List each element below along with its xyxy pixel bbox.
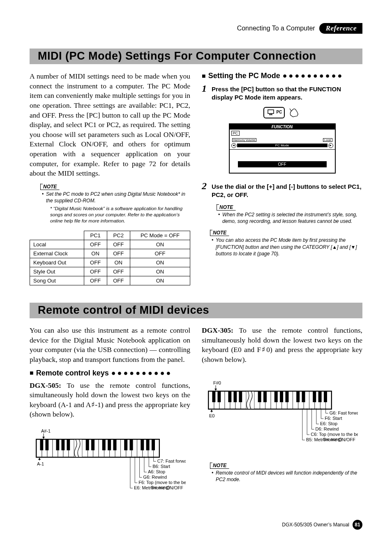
table-cell: ON	[130, 267, 190, 276]
svg-rect-81	[233, 391, 237, 402]
svg-text:E6: Metronome ON/OFF: E6: Metronome ON/OFF	[134, 485, 183, 490]
dotted-leader: ●●●●●●●●●●	[283, 72, 344, 80]
table-row: LocalOFFOFFON	[30, 240, 190, 249]
svg-text:C7: Fast forward: C7: Fast forward	[157, 459, 186, 463]
table-row: Style OutOFFOFFON	[30, 267, 190, 276]
table-header: PC2	[107, 231, 130, 240]
svg-rect-42	[141, 440, 144, 450]
svg-rect-98	[263, 391, 267, 402]
table-cell: OFF	[107, 240, 130, 249]
note-subnote: * “Digital Music Notebook” is a software…	[50, 206, 190, 224]
svg-rect-101	[285, 391, 288, 402]
table-cell: Song Out	[30, 276, 84, 285]
svg-rect-18	[56, 440, 59, 450]
lcd-figure: PC FUNCTION PC Harmony Volume Local	[229, 106, 336, 174]
svg-rect-39	[113, 440, 116, 450]
section1-intro: A number of MIDI settings need to be mad…	[30, 72, 190, 178]
svg-line-4	[290, 109, 291, 111]
svg-rect-102	[296, 391, 300, 402]
dgx305-text: DGX-305: To use the remote control funct…	[202, 326, 362, 365]
table-cell: External Clock	[30, 249, 84, 258]
lcd-off-value: OFF	[238, 161, 327, 167]
svg-text:G6: Fast forward: G6: Fast forward	[330, 410, 358, 415]
svg-text:B6: Start: B6: Start	[152, 464, 170, 469]
step-1: 1 Press the [PC] button so that the FUNC…	[202, 83, 362, 102]
step-text: Use the dial or the [+] and [-] buttons …	[212, 181, 362, 199]
step-number: 2	[202, 181, 209, 191]
svg-text:D6: Rewind: D6: Rewind	[316, 426, 339, 431]
pc-button-graphic: PC	[263, 107, 285, 118]
lcd-left-arrow-icon: ◄	[231, 143, 236, 148]
table-cell: ON	[107, 258, 130, 267]
reference-badge: Reference	[319, 23, 362, 34]
svg-rect-78	[212, 391, 215, 402]
table-cell: ON	[84, 249, 107, 258]
lcd-function-title: FUNCTION	[230, 124, 335, 130]
table-cell: OFF	[107, 267, 130, 276]
square-bullet-icon: ■	[202, 72, 206, 80]
page-number: 81	[353, 520, 362, 530]
svg-rect-106	[324, 391, 327, 402]
svg-text:E0: E0	[209, 413, 214, 418]
heading-text: Remote control keys	[36, 369, 109, 378]
svg-rect-17	[45, 440, 48, 450]
note-item: Set the PC mode to PC2 when using Digita…	[46, 191, 190, 204]
svg-text:E6: Stop: E6: Stop	[320, 421, 337, 426]
note-label: NOTE	[217, 204, 236, 211]
step-text: Press the [PC] button so that the FUNCTI…	[212, 83, 362, 102]
lcd-harmony-volume: Harmony Volume	[232, 138, 257, 142]
svg-rect-43	[146, 440, 150, 450]
note-pc2-cdrom: NOTE Set the PC mode to PC2 when using D…	[40, 183, 190, 224]
table-cell: Style Out	[30, 267, 84, 276]
keyboard-figure-305: F#0E0G6: Fast forwardF6: StartE6: StopD6…	[202, 380, 362, 452]
table-header: PC1	[84, 231, 107, 240]
note-label: NOTE	[40, 183, 60, 190]
note-item: Remote control of MIDI devices will func…	[216, 470, 362, 483]
svg-text:A6: Stop: A6: Stop	[148, 469, 165, 474]
lcd-pc-indicator: PC	[231, 131, 240, 136]
table-cell: ON	[130, 240, 190, 249]
svg-rect-40	[124, 440, 127, 450]
table-cell: ON	[130, 258, 190, 267]
svg-rect-97	[258, 391, 261, 402]
keyboard-figure-505: A#-1A-1C7: Fast forwardB6: StartA6: Stop…	[30, 428, 190, 500]
lcd-mode-bar: PC Mode	[237, 144, 327, 147]
table-cell: OFF	[107, 249, 130, 258]
table-cell: OFF	[107, 276, 130, 285]
section-title-midi: MIDI (PC Mode) Settings For Computer Con…	[30, 49, 362, 64]
svg-rect-38	[108, 440, 111, 450]
table-cell: OFF	[84, 258, 107, 267]
svg-rect-100	[280, 391, 283, 402]
monitor-icon	[267, 109, 274, 115]
svg-text:C6: Top (move to the beginning: C6: Top (move to the beginning of	[311, 432, 358, 437]
svg-rect-41	[130, 440, 133, 450]
svg-rect-82	[239, 391, 242, 402]
table-row: Keyboard OutOFFONON	[30, 258, 190, 267]
note-pc2-restrictions: NOTE When the PC2 setting is selected th…	[217, 203, 362, 225]
table-row: Song OutOFFOFFON	[30, 276, 190, 285]
heading-text: Setting the PC Mode	[208, 72, 280, 80]
svg-marker-108	[210, 410, 213, 412]
note-function-category: NOTE You can also access the PC Mode ite…	[210, 229, 362, 257]
svg-text:B5: Metronome ON/OFF: B5: Metronome ON/OFF	[306, 437, 355, 442]
dgx505-text: DGX-505: To use the remote control funct…	[30, 381, 190, 420]
svg-rect-16	[40, 440, 43, 450]
table-cell: OFF	[84, 267, 107, 276]
svg-marker-7	[42, 437, 45, 439]
svg-rect-99	[274, 391, 278, 402]
heading-setting-pc-mode: ■ Setting the PC Mode ●●●●●●●●●●	[202, 72, 362, 80]
svg-text:F6: Top (move to the beginning: F6: Top (move to the beginning of	[138, 480, 186, 485]
heading-remote-keys: ■ Remote control keys ●●●●●●●●●●	[30, 369, 190, 378]
svg-rect-37	[102, 440, 106, 450]
svg-rect-103	[302, 391, 305, 402]
note-remote-independent: NOTE Remote control of MIDI devices will…	[210, 461, 362, 483]
table-cell: OFF	[130, 249, 190, 258]
pc-button-label: PC	[277, 110, 282, 114]
page-header: Connecting To a Computer Reference	[30, 23, 362, 34]
svg-rect-44	[152, 440, 155, 450]
step-number: 1	[202, 83, 209, 93]
page-footer: DGX-505/305 Owner’s Manual 81	[282, 520, 362, 530]
svg-text:A#-1: A#-1	[41, 429, 51, 433]
table-cell: OFF	[84, 276, 107, 285]
lcd-local: Local	[323, 138, 332, 142]
